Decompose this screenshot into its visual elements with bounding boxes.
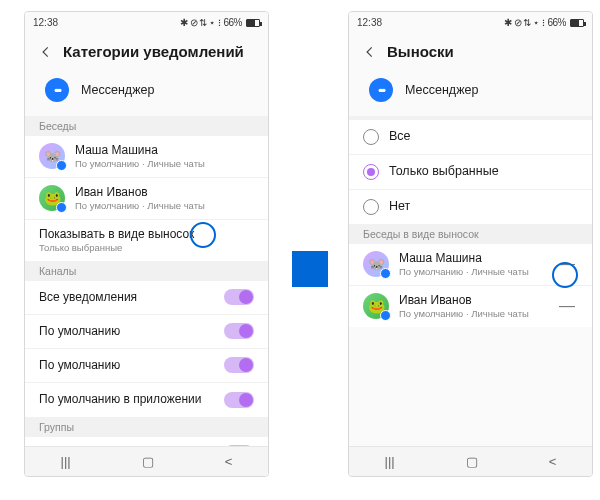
back-nav-icon[interactable]: < xyxy=(225,454,233,469)
channel-row[interactable]: Все уведомления xyxy=(25,281,268,315)
app-name: Мессенджер xyxy=(81,83,154,97)
option-selected[interactable]: Только выбранные xyxy=(349,155,592,190)
toggle-switch[interactable] xyxy=(224,445,254,446)
status-bar: 12:38 ✱ ⊘ ⇅ ⋆ ⫶ 66% xyxy=(25,12,268,33)
android-navbar: ||| ▢ < xyxy=(25,446,268,476)
phone-screen-right: 12:38 ✱ ⊘ ⇅ ⋆ ⫶ 66% Выноски ••• Мессендж… xyxy=(348,11,593,477)
remove-icon[interactable]: — xyxy=(556,253,578,275)
avatar: 🐭 xyxy=(363,251,389,277)
toggle-switch[interactable] xyxy=(224,323,254,339)
channel-row[interactable]: По умолчанию xyxy=(25,315,268,349)
status-time: 12:38 xyxy=(357,17,382,28)
app-row: ••• Мессенджер xyxy=(25,68,268,116)
radio-icon[interactable] xyxy=(363,199,379,215)
home-icon[interactable]: ▢ xyxy=(466,454,478,469)
section-groups: Группы xyxy=(25,417,268,437)
radio-icon[interactable] xyxy=(363,164,379,180)
channel-row[interactable]: По умолчанию xyxy=(25,349,268,383)
messenger-icon: ••• xyxy=(369,78,393,102)
home-icon[interactable]: ▢ xyxy=(142,454,154,469)
section-conversations: Беседы xyxy=(25,116,268,136)
status-time: 12:38 xyxy=(33,17,58,28)
status-bar: 12:38 ✱ ⊘ ⇅ ⋆ ⫶ 66% xyxy=(349,12,592,33)
connector-arrow xyxy=(292,251,328,287)
avatar: 🐸 xyxy=(39,185,65,211)
option-all[interactable]: Все xyxy=(349,120,592,155)
back-nav-icon[interactable]: < xyxy=(549,454,557,469)
bubble-convo-row[interactable]: 🐭 Маша Машина По умолчанию Личные чаты — xyxy=(349,244,592,286)
section-bubble-convos: Беседы в виде выносок xyxy=(349,224,592,244)
messenger-icon: ••• xyxy=(45,78,69,102)
title-bar: Выноски xyxy=(349,33,592,68)
back-icon[interactable] xyxy=(363,45,377,59)
title-bar: Категории уведомлений xyxy=(25,33,268,68)
option-none[interactable]: Нет xyxy=(349,190,592,224)
conversation-row[interactable]: 🐭 Маша Машина По умолчанию Личные чаты xyxy=(25,136,268,178)
android-navbar: ||| ▢ < xyxy=(349,446,592,476)
group-row[interactable]: Все уведомления xyxy=(25,437,268,446)
toggle-switch[interactable] xyxy=(224,357,254,373)
radio-icon[interactable] xyxy=(363,129,379,145)
page-title: Выноски xyxy=(387,43,578,60)
recents-icon[interactable]: ||| xyxy=(61,454,71,469)
toggle-switch[interactable] xyxy=(224,289,254,305)
back-icon[interactable] xyxy=(39,45,53,59)
avatar: 🐸 xyxy=(363,293,389,319)
recents-icon[interactable]: ||| xyxy=(385,454,395,469)
status-right: ✱ ⊘ ⇅ ⋆ ⫶ 66% xyxy=(504,17,584,28)
channel-row[interactable]: По умолчанию в приложении xyxy=(25,383,268,417)
battery-icon xyxy=(246,19,260,27)
avatar: 🐭 xyxy=(39,143,65,169)
bubble-convo-row[interactable]: 🐸 Иван Иванов По умолчанию Личные чаты — xyxy=(349,286,592,327)
app-name: Мессенджер xyxy=(405,83,478,97)
section-channels: Каналы xyxy=(25,261,268,281)
app-row: ••• Мессенджер xyxy=(349,68,592,116)
status-right: ✱ ⊘ ⇅ ⋆ ⫶ 66% xyxy=(180,17,260,28)
conversation-row[interactable]: 🐸 Иван Иванов По умолчанию Личные чаты xyxy=(25,178,268,220)
page-title: Категории уведомлений xyxy=(63,43,254,60)
toggle-switch[interactable] xyxy=(224,392,254,408)
show-as-bubbles-row[interactable]: Показывать в виде выносок Только выбранн… xyxy=(25,220,268,261)
remove-icon[interactable]: — xyxy=(556,295,578,317)
battery-icon xyxy=(570,19,584,27)
phone-screen-left: 12:38 ✱ ⊘ ⇅ ⋆ ⫶ 66% Категории уведомлени… xyxy=(24,11,269,477)
